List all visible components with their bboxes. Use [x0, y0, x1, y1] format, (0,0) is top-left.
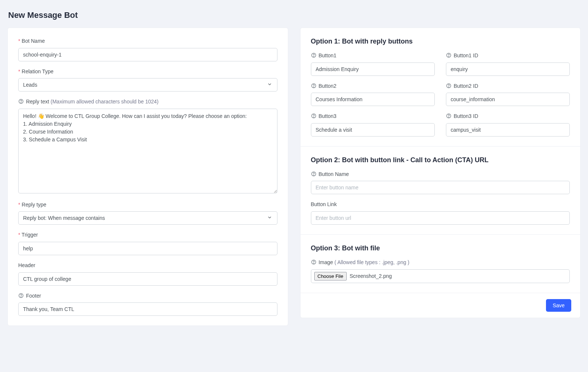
- button1-id-label: Button1 ID: [446, 52, 570, 60]
- button1-input[interactable]: [311, 62, 435, 76]
- help-icon: [311, 171, 317, 177]
- reply-text-textarea[interactable]: [18, 109, 277, 193]
- help-icon: [311, 113, 317, 119]
- footer-label: Footer: [18, 292, 277, 300]
- button1-label: Button1: [311, 52, 435, 60]
- help-icon: [311, 52, 317, 58]
- trigger-input[interactable]: [18, 242, 277, 255]
- button-link-label: Button Link: [311, 201, 570, 208]
- header-label: Header: [18, 262, 277, 269]
- help-icon: [446, 52, 452, 58]
- button3-input[interactable]: [311, 123, 435, 137]
- svg-point-17: [314, 175, 314, 175]
- reply-type-label: Reply type: [18, 201, 277, 209]
- help-icon: [311, 83, 317, 89]
- page-title: New Message Bot: [8, 10, 581, 20]
- button3-id-label: Button3 ID: [446, 113, 570, 120]
- relation-type-label: Relation Type: [18, 68, 277, 76]
- button-link-input[interactable]: [311, 211, 570, 225]
- button2-label: Button2: [311, 83, 435, 90]
- button1-id-input[interactable]: [446, 62, 570, 76]
- footer-input[interactable]: [18, 302, 277, 316]
- button2-id-label: Button2 ID: [446, 83, 570, 90]
- help-icon: [446, 83, 452, 89]
- button-name-input[interactable]: [311, 181, 570, 194]
- image-hint: ( Allowed file types : .jpeg, .png ): [334, 259, 409, 265]
- svg-point-9: [314, 87, 314, 87]
- help-icon: [18, 99, 24, 104]
- button-name-label-text: Button Name: [318, 171, 349, 177]
- relation-type-select[interactable]: Leads: [18, 78, 277, 92]
- svg-point-5: [314, 56, 314, 57]
- svg-point-3: [21, 296, 21, 297]
- choose-file-button[interactable]: Choose File: [314, 272, 347, 280]
- button2-id-label-text: Button2 ID: [454, 83, 478, 89]
- svg-point-7: [449, 56, 449, 57]
- reply-text-label-text: Reply text: [26, 99, 51, 105]
- file-name: Screenshot_2.png: [350, 273, 392, 279]
- image-label: Image ( Allowed file types : .jpeg, .png…: [311, 259, 570, 266]
- option1-title: Option 1: Bot with reply buttons: [311, 38, 570, 45]
- footer-label-text: Footer: [26, 293, 41, 299]
- reply-text-hint: (Maximum allowed characters should be 10…: [51, 99, 158, 105]
- file-input-row[interactable]: Choose File Screenshot_2.png: [311, 269, 570, 283]
- option3-title: Option 3: Bot with file: [311, 244, 570, 252]
- help-icon: [311, 259, 317, 265]
- reply-text-label: Reply text (Maximum allowed characters s…: [18, 98, 277, 106]
- save-button[interactable]: Save: [546, 299, 571, 312]
- option2-title: Option 2: Bot with button link - Call to…: [311, 156, 570, 164]
- reply-type-select[interactable]: Reply bot: When message contains: [18, 211, 277, 225]
- help-icon: [446, 113, 452, 119]
- button2-input[interactable]: [311, 93, 435, 106]
- button-name-label: Button Name: [311, 171, 570, 178]
- trigger-label: Trigger: [18, 231, 277, 239]
- svg-point-19: [314, 263, 314, 263]
- help-icon: [18, 293, 24, 298]
- svg-point-1: [21, 102, 21, 103]
- button2-label-text: Button2: [318, 83, 336, 89]
- button1-label-text: Button1: [318, 52, 336, 58]
- svg-point-15: [449, 117, 449, 117]
- button3-label-text: Button3: [318, 113, 336, 119]
- svg-point-11: [449, 87, 449, 87]
- right-card: Option 1: Bot with reply buttons Button1: [300, 28, 581, 318]
- button1-id-label-text: Button1 ID: [454, 52, 478, 58]
- left-card: Bot Name Relation Type Leads: [7, 28, 288, 326]
- bot-name-input[interactable]: [18, 48, 277, 61]
- bot-name-label: Bot Name: [18, 38, 277, 45]
- button3-id-input[interactable]: [446, 123, 570, 137]
- svg-point-13: [314, 117, 314, 117]
- button2-id-input[interactable]: [446, 93, 570, 106]
- button3-id-label-text: Button3 ID: [454, 113, 478, 119]
- button3-label: Button3: [311, 113, 435, 120]
- image-label-text: Image: [318, 259, 334, 265]
- header-input[interactable]: [18, 272, 277, 286]
